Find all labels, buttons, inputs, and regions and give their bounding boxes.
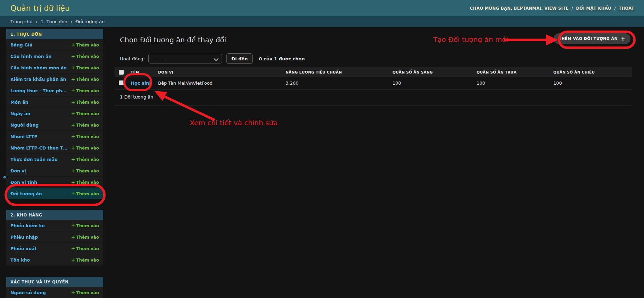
plus-icon: +	[71, 122, 75, 128]
table-row: Học sinh Bếp Tân Mai/AnVietFood 3.200 10…	[115, 77, 632, 89]
sidebar-item-cau-hinh-nhom-mon-an[interactable]: Cấu hình nhóm món ăn +Thêm vào	[6, 62, 103, 74]
sidebar-item-don-vi[interactable]: Đơn vị +Thêm vào	[6, 165, 103, 177]
results-table: TÊN ĐƠN VỊ NĂNG LƯƠNG TIÊU CHUẨN QUÂN SỐ…	[115, 67, 632, 90]
result-count: 1 Đối tượng ăn	[115, 90, 632, 106]
add-link[interactable]: +Thêm vào	[71, 223, 99, 228]
plus-icon: +	[71, 42, 75, 48]
row-link-hoc-sinh[interactable]: Học sinh	[131, 80, 152, 86]
plus-icon: +	[71, 88, 75, 93]
plus-icon: +	[71, 290, 75, 295]
column-header-energy[interactable]: NĂNG LƯƠNG TIÊU CHUẨN	[282, 67, 389, 77]
sidebar-item-ngay-an[interactable]: Ngày ăn +Thêm vào	[6, 108, 103, 119]
plus-icon: +	[71, 111, 75, 116]
sidebar-item-thuc-don-tuan-mau[interactable]: Thực đơn tuần mẫu +Thêm vào	[6, 154, 103, 165]
sidebar-item-bang-gia[interactable]: Bảng Giá +Thêm vào	[6, 39, 103, 51]
plus-icon: +	[71, 191, 75, 196]
add-link[interactable]: +Thêm vào	[71, 53, 99, 59]
plus-icon: +	[71, 156, 75, 162]
sidebar-item-luong-thuc-thuc-pham[interactable]: Lương thực - Thực phẩm +Thêm vào	[6, 85, 103, 96]
plus-icon: +	[71, 223, 75, 228]
sidebar-item-doi-tuong-an[interactable]: Đối tượng ăn +Thêm vào	[6, 188, 103, 199]
actions-bar: Hoạt động: --------- Đi đến 0 của 1 được…	[120, 53, 305, 64]
go-button[interactable]: Đi đến	[226, 53, 253, 64]
plus-icon: +	[71, 53, 75, 59]
column-header-name[interactable]: TÊN	[127, 67, 155, 77]
sidebar-item-phieu-nhap[interactable]: Phiếu nhập +Thêm vào	[6, 231, 103, 243]
plus-icon: +	[71, 99, 75, 105]
add-link[interactable]: +Thêm vào	[71, 257, 99, 263]
sidebar-item-nhom-lttp-cd[interactable]: Nhóm LTTP-CĐ theo TCĐL +Thêm vào	[6, 142, 103, 154]
sidebar-item-nhom-lttp[interactable]: Nhóm LTTP +Thêm vào	[6, 131, 103, 142]
sidebar: 1. THỰC ĐƠN Bảng Giá +Thêm vào Cấu hình …	[6, 29, 103, 298]
plus-icon: +	[71, 145, 75, 151]
plus-icon: +	[71, 76, 75, 82]
sidebar-item-cau-hinh-mon-an[interactable]: Cấu hình món ăn +Thêm vào	[6, 51, 103, 62]
cell-unit: Bếp Tân Mai/AnVietFood	[155, 77, 282, 89]
add-link[interactable]: +Thêm vào	[71, 246, 99, 251]
sidebar-section-kho-hang[interactable]: 2. KHO HÀNG	[6, 210, 103, 220]
sidebar-item-phieu-xuat[interactable]: Phiếu xuất +Thêm vào	[6, 243, 103, 254]
sidebar-item-mon-an[interactable]: Món ăn +Thêm vào	[6, 96, 103, 108]
sidebar-item-phieu-kiem-ke[interactable]: Phiếu kiểm kê +Thêm vào	[6, 220, 103, 231]
row-checkbox[interactable]	[119, 80, 124, 85]
table-header-row: TÊN ĐƠN VỊ NĂNG LƯƠNG TIÊU CHUẨN QUÂN SỐ…	[115, 67, 632, 77]
sidebar-gap	[6, 199, 103, 210]
add-link[interactable]: +Thêm vào	[71, 65, 99, 70]
action-label: Hoạt động:	[120, 56, 145, 61]
breadcrumb-app[interactable]: 1. Thực đơn	[41, 19, 67, 24]
add-link[interactable]: +Thêm vào	[71, 42, 99, 48]
add-link[interactable]: +Thêm vào	[71, 191, 99, 196]
column-header-lunch[interactable]: QUÂN SỐ ĂN TRƯA	[473, 67, 550, 77]
plus-icon: +	[71, 234, 75, 240]
add-link[interactable]: +Thêm vào	[71, 179, 99, 185]
plus-icon: +	[71, 257, 75, 263]
column-header-breakfast[interactable]: QUÂN SỐ ĂN SÁNG	[389, 67, 473, 77]
add-object-button[interactable]: THÊM VÀO ĐỐI TƯỢNG ĂN +	[554, 33, 630, 44]
annotation-view-edit-label: Xem chi tiết và chỉnh sửa	[190, 119, 278, 127]
breadcrumb-current: Đối tượng ăn	[75, 19, 105, 24]
cell-dinner: 100	[550, 77, 632, 89]
sidebar-item-ton-kho[interactable]: Tồn kho +Thêm vào	[6, 254, 103, 266]
plus-icon: +	[71, 246, 75, 251]
add-link[interactable]: +Thêm vào	[71, 234, 99, 240]
add-link[interactable]: +Thêm vào	[71, 145, 99, 151]
add-link[interactable]: +Thêm vào	[71, 111, 99, 116]
breadcrumb: Trang chủ › 1. Thực đơn › Đối tượng ăn	[0, 16, 644, 27]
plus-icon: +	[71, 168, 75, 173]
add-link[interactable]: +Thêm vào	[71, 88, 99, 93]
main-content: Chọn Đối tượng ăn để thay đổi THÊM VÀO Đ…	[115, 36, 632, 44]
cell-breakfast: 100	[389, 77, 473, 89]
cell-lunch: 100	[473, 77, 550, 89]
sidebar-section-thuc-don[interactable]: 1. THỰC ĐƠN	[6, 29, 103, 39]
cell-energy: 3.200	[282, 77, 389, 89]
select-all-checkbox[interactable]	[119, 70, 124, 75]
plus-icon: +	[71, 134, 75, 139]
plus-icon: +	[621, 36, 625, 42]
plus-icon: +	[71, 65, 75, 70]
app-window: Quản trị dữ liệu CHÀO MỪNG BẠN, BEPTANMA…	[0, 0, 644, 298]
add-link[interactable]: +Thêm vào	[71, 156, 99, 162]
column-header-unit[interactable]: ĐƠN VỊ	[155, 67, 282, 77]
action-select[interactable]: ---------	[148, 54, 222, 63]
add-link[interactable]: +Thêm vào	[71, 76, 99, 82]
sidebar-item-kiem-tra-khau-phan-an[interactable]: Kiểm tra khẩu phần ăn +Thêm vào	[6, 74, 103, 85]
plus-icon: +	[71, 179, 75, 185]
sidebar-section-xac-thuc[interactable]: XÁC THỰC VÀ ỦY QUYỀN	[6, 277, 103, 287]
sidebar-gap	[6, 266, 103, 277]
add-link[interactable]: +Thêm vào	[71, 168, 99, 173]
add-link[interactable]: +Thêm vào	[71, 134, 99, 139]
add-link[interactable]: +Thêm vào	[71, 122, 99, 128]
view-site-link[interactable]: VIEW SITE	[544, 6, 569, 11]
app-title: Quản trị dữ liệu	[10, 4, 70, 12]
sidebar-item-nguoi-su-dung[interactable]: Người sử dụng +Thêm vào	[6, 287, 103, 298]
username: BEPTANMAI	[514, 6, 541, 11]
change-password-link[interactable]: ĐỔI MẬT KHẨU	[576, 6, 611, 11]
add-link[interactable]: +Thêm vào	[71, 99, 99, 105]
add-link[interactable]: +Thêm vào	[71, 290, 99, 295]
logout-link[interactable]: THOÁT	[619, 6, 634, 11]
sidebar-item-don-vi-tinh[interactable]: Đơn vị tính +Thêm vào	[6, 177, 103, 188]
breadcrumb-home[interactable]: Trang chủ	[10, 19, 33, 24]
column-header-dinner[interactable]: QUÂN SỐ ĂN CHIỀU	[550, 67, 632, 77]
welcome-text: CHÀO MỪNG BẠN,	[470, 6, 512, 11]
sidebar-item-nguoi-dung[interactable]: Người dùng +Thêm vào	[6, 119, 103, 131]
